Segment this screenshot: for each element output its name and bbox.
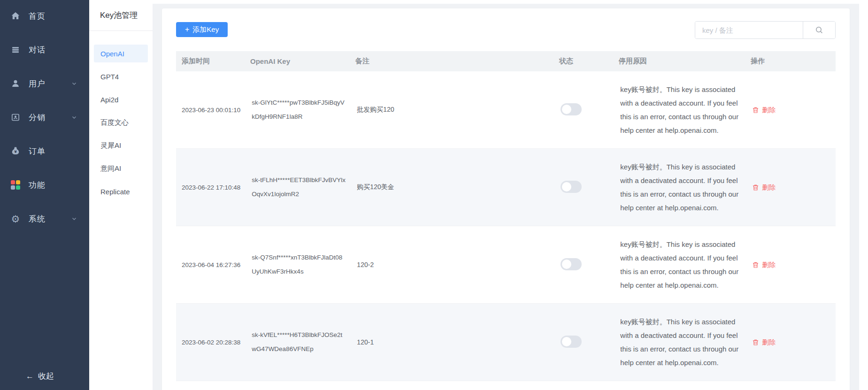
distribution-icon <box>10 112 21 122</box>
sidebar-item-features[interactable]: 功能 <box>0 176 89 194</box>
search-icon <box>815 26 823 34</box>
added-time-value: 2023-06-23 00:01:10 <box>176 107 246 114</box>
sidebar-item-label: 系统 <box>29 214 46 224</box>
column-header-remark: 备注 <box>350 57 553 66</box>
submenu-item-api2d[interactable]: Api2d <box>94 91 148 108</box>
collapse-sidebar-button[interactable]: ← 收起 <box>0 371 89 382</box>
status-toggle[interactable] <box>561 181 582 193</box>
key-pool-sidebar: Key池管理 OpenAI GPT4 Api2d 百度文心 灵犀AI 意间AI … <box>89 0 153 390</box>
content-background: + 添加Key <box>153 4 859 390</box>
trash-icon <box>752 184 759 191</box>
sidebar-item-chat[interactable]: 对话 <box>0 40 89 59</box>
home-icon <box>10 11 21 21</box>
submenu-item-openai[interactable]: OpenAI <box>94 45 148 62</box>
collapse-label: 收起 <box>38 371 54 382</box>
trash-icon <box>752 107 759 114</box>
delete-label: 删除 <box>762 106 776 115</box>
system-icon: ⚙ <box>10 214 21 224</box>
chat-icon <box>10 45 21 55</box>
status-toggle[interactable] <box>561 103 582 115</box>
delete-key-button[interactable]: 删除 <box>752 338 776 347</box>
order-icon: ¥ <box>10 146 21 156</box>
openai-key-value: sk-kVfEL*****H6T3BlbkFJOSe2twG47WDea86VF… <box>252 328 346 356</box>
submenu-item-yijian-ai[interactable]: 意间AI <box>94 160 148 177</box>
primary-sidebar: 首页 对话 用户 <box>0 0 89 390</box>
table-row: 2023-06-22 17:10:48 sk-tFLhH*****EET3Blb… <box>176 149 836 226</box>
chevron-down-icon <box>71 115 77 120</box>
add-key-label: 添加Key <box>192 25 219 34</box>
submenu-item-gpt4[interactable]: GPT4 <box>94 68 148 85</box>
sidebar-item-label: 订单 <box>29 146 46 157</box>
added-time-value: 2023-06-02 20:28:38 <box>176 339 246 346</box>
trash-icon <box>752 261 759 268</box>
delete-key-button[interactable]: 删除 <box>752 260 776 269</box>
toolbar: + 添加Key <box>176 22 836 39</box>
chevron-down-icon <box>71 81 77 86</box>
remark-value: 批发购买120 <box>351 106 555 114</box>
delete-key-button[interactable]: 删除 <box>752 106 776 115</box>
column-header-added-time: 添加时间 <box>176 57 245 66</box>
svg-text:¥: ¥ <box>14 150 17 154</box>
table-header-row: 添加时间 OpenAI Key 备注 状态 停用原因 操作 <box>176 51 836 71</box>
column-header-disable-reason: 停用原因 <box>613 57 745 66</box>
features-icon <box>10 180 21 190</box>
table-row: 2023-06-04 16:27:36 sk-Q7Snf*****xnT3Blb… <box>176 226 836 304</box>
search-button[interactable] <box>803 22 835 38</box>
delete-label: 删除 <box>762 183 776 192</box>
delete-label: 删除 <box>762 260 776 269</box>
remark-value: 120-1 <box>351 338 555 346</box>
column-header-actions: 操作 <box>745 57 836 66</box>
key-table: 添加时间 OpenAI Key 备注 状态 停用原因 操作 2023-06-23… <box>176 51 836 381</box>
sidebar-item-system[interactable]: ⚙ 系统 <box>0 209 89 228</box>
submenu-item-replicate[interactable]: Replicate <box>94 183 148 200</box>
submenu-item-baidu-wenxin[interactable]: 百度文心 <box>94 114 148 131</box>
trash-icon <box>752 339 759 346</box>
sidebar-item-orders[interactable]: ¥ 订单 <box>0 142 89 161</box>
app-window: 首页 对话 用户 <box>0 0 868 390</box>
sidebar-item-home[interactable]: 首页 <box>0 7 89 25</box>
openai-key-value: sk-Q7Snf*****xnT3BlbkFJlaDt08UyUhKwF3rHk… <box>252 251 346 279</box>
table-row: 2023-06-23 00:01:10 sk-GlYtC*****pwT3Blb… <box>176 71 836 149</box>
search-box <box>695 21 836 39</box>
column-header-status: 状态 <box>553 57 613 66</box>
column-header-openai-key: OpenAI Key <box>245 57 350 65</box>
key-pool-menu: OpenAI GPT4 Api2d 百度文心 灵犀AI 意间AI Replica… <box>94 45 148 200</box>
delete-label: 删除 <box>762 338 776 347</box>
added-time-value: 2023-06-04 16:27:36 <box>176 261 246 268</box>
table-row: 2023-06-02 20:28:38 sk-kVfEL*****H6T3Blb… <box>176 304 836 381</box>
openai-key-value: sk-tFLhH*****EET3BlbkFJvBVYlxOqvXv1lojol… <box>252 173 346 201</box>
primary-menu: 首页 对话 用户 <box>0 0 89 243</box>
disable-reason-value: key账号被封。This key is associated with a de… <box>620 237 741 292</box>
main-content: + 添加Key <box>153 0 868 390</box>
status-toggle[interactable] <box>561 336 582 348</box>
disable-reason-value: key账号被封。This key is associated with a de… <box>620 160 741 214</box>
user-icon <box>10 78 21 89</box>
sidebar-item-label: 功能 <box>29 180 46 191</box>
disable-reason-value: key账号被封。This key is associated with a de… <box>620 315 741 369</box>
sidebar-item-label: 用户 <box>29 78 46 89</box>
key-table-card: + 添加Key <box>162 8 850 390</box>
plus-icon: + <box>185 26 189 33</box>
disable-reason-value: key账号被封。This key is associated with a de… <box>620 83 741 137</box>
remark-value: 120-2 <box>351 261 555 268</box>
sidebar-item-label: 首页 <box>29 11 46 22</box>
sidebar-item-label: 对话 <box>29 45 46 55</box>
sidebar-item-distribution[interactable]: 分销 <box>0 108 89 127</box>
sidebar-item-users[interactable]: 用户 <box>0 74 89 93</box>
sidebar-item-label: 分销 <box>29 112 46 123</box>
chevron-down-icon <box>71 216 77 222</box>
search-input[interactable] <box>695 22 803 38</box>
page-title: Key池管理 <box>89 0 153 31</box>
submenu-item-lingxi-ai[interactable]: 灵犀AI <box>94 137 148 154</box>
remark-value: 购买120美金 <box>351 183 555 191</box>
add-key-button[interactable]: + 添加Key <box>176 22 228 37</box>
status-toggle[interactable] <box>561 258 582 270</box>
left-arrow-icon: ← <box>26 372 34 381</box>
added-time-value: 2023-06-22 17:10:48 <box>176 184 246 191</box>
delete-key-button[interactable]: 删除 <box>752 183 776 192</box>
openai-key-value: sk-GlYtC*****pwT3BlbkFJ5iBqyVkDfgH9RNF1l… <box>252 96 346 124</box>
